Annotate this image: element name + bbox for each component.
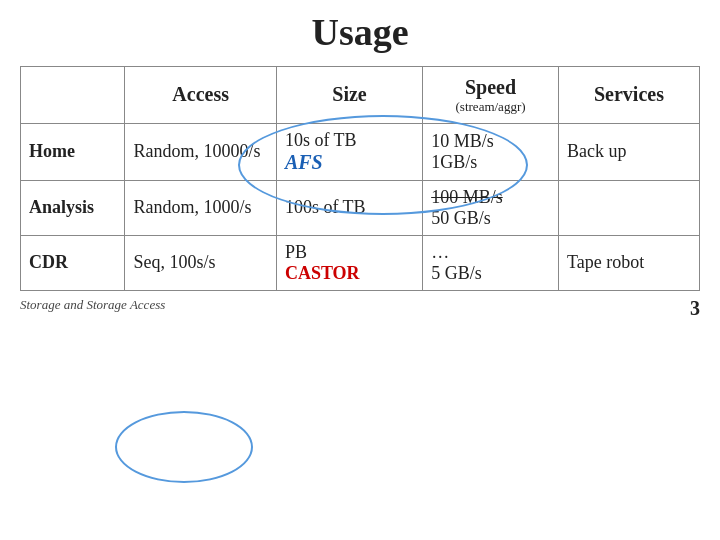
footer: Storage and Storage Access 3 [20,297,700,320]
table-row-cdr: CDR Seq, 100s/s PB CASTOR … 5 GB/s Tape … [21,235,700,290]
analysis-label: Analysis [21,180,125,235]
home-speed-line2: 1GB/s [431,152,477,172]
home-access: Random, 10000/s [125,123,276,180]
analysis-size: 100s of TB [276,180,422,235]
table-row-home: Home Random, 10000/s 10s of TB AFS 10 MB… [21,123,700,180]
header-empty [21,67,125,124]
cdr-label: CDR [21,235,125,290]
cdr-access-value: Seq, 100s/s [133,252,215,272]
analysis-speed-line1: 100 MB/s [431,187,503,207]
footer-right: 3 [690,297,700,320]
cdr-access: Seq, 100s/s [125,235,276,290]
header-size: Size [276,67,422,124]
page-title: Usage [311,10,408,54]
header-speed: Speed (stream/aggr) [423,67,559,124]
home-speed-line1: 10 MB/s [431,131,494,151]
header-services: Services [558,67,699,124]
analysis-size-value: 100s of TB [285,197,366,217]
cdr-speed-line2: 5 GB/s [431,263,482,283]
speed-sublabel: (stream/aggr) [427,99,554,115]
analysis-access-value: Random, 1000/s [133,197,251,217]
analysis-speed-line2: 50 GB/s [431,208,491,228]
cdr-access-oval [115,411,253,483]
cdr-speed-line1: … [431,242,449,262]
home-size-line1: 10s of TB [285,130,357,150]
cdr-size-castor: CASTOR [285,263,360,283]
table-header-row: Access Size Speed (stream/aggr) Services [21,67,700,124]
home-access-value: Random, 10000/s [133,141,260,161]
home-size-afs: AFS [285,151,323,173]
cdr-speed: … 5 GB/s [423,235,559,290]
table-container: Access Size Speed (stream/aggr) Services… [20,66,700,291]
usage-table: Access Size Speed (stream/aggr) Services… [20,66,700,291]
home-label: Home [21,123,125,180]
home-services: Back up [558,123,699,180]
table-row-analysis: Analysis Random, 1000/s 100s of TB 100 M… [21,180,700,235]
cdr-size-pb: PB [285,242,307,262]
home-size: 10s of TB AFS [276,123,422,180]
analysis-speed: 100 MB/s 50 GB/s [423,180,559,235]
home-speed: 10 MB/s 1GB/s [423,123,559,180]
cdr-size: PB CASTOR [276,235,422,290]
analysis-access: Random, 1000/s [125,180,276,235]
header-access: Access [125,67,276,124]
cdr-services: Tape robot [558,235,699,290]
footer-left: Storage and Storage Access [20,297,165,320]
analysis-services [558,180,699,235]
speed-label: Speed [465,76,516,98]
